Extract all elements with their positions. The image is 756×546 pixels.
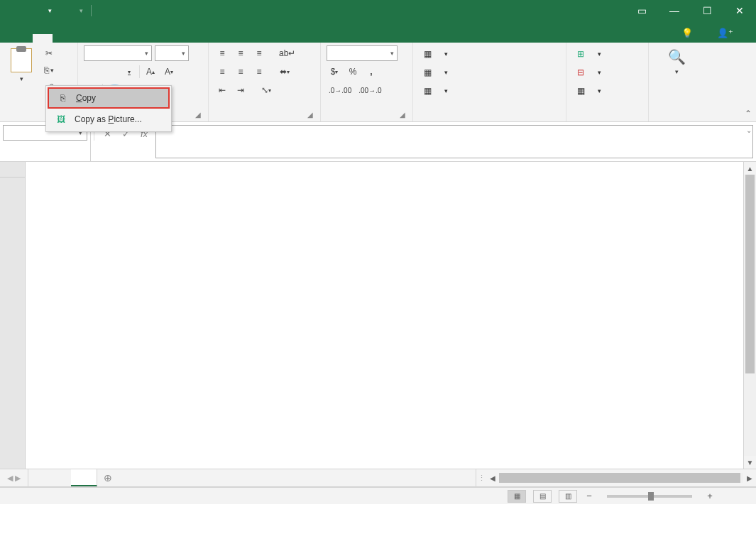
cells-area[interactable] bbox=[26, 178, 743, 469]
comma-format-button[interactable]: , bbox=[363, 64, 379, 80]
tab-insert[interactable] bbox=[53, 34, 72, 43]
decrease-indent-button[interactable]: ⇤ bbox=[214, 82, 230, 98]
undo-arrow[interactable]: ▾ bbox=[45, 2, 54, 19]
tab-formulas[interactable] bbox=[92, 34, 112, 43]
align-middle-button[interactable]: ≡ bbox=[233, 45, 248, 61]
qat-customize[interactable] bbox=[97, 2, 114, 19]
italic-button[interactable] bbox=[102, 64, 118, 80]
cut-button[interactable]: ✂ bbox=[41, 45, 57, 61]
new-sheet-button[interactable]: ⊕ bbox=[97, 469, 119, 486]
font-name-combo[interactable]: ▾ bbox=[84, 45, 152, 61]
underline-button[interactable]: ▾ bbox=[121, 64, 136, 80]
group-label-number: ◢ bbox=[327, 117, 407, 120]
dialog-launcher-icon[interactable]: ◢ bbox=[307, 111, 313, 119]
font-size-combo[interactable]: ▾ bbox=[155, 45, 189, 61]
tab-home[interactable] bbox=[33, 34, 53, 43]
insert-cells-button[interactable]: ⊞▾ bbox=[572, 45, 604, 62]
row-headers[interactable] bbox=[0, 178, 26, 469]
align-top-button[interactable]: ≡ bbox=[214, 45, 230, 61]
tab-view[interactable] bbox=[152, 34, 172, 43]
scroll-left-button[interactable]: ◀ bbox=[486, 469, 499, 486]
align-bottom-button[interactable]: ≡ bbox=[251, 45, 267, 61]
format-as-table-button[interactable]: ▦▾ bbox=[419, 64, 451, 81]
scroll-thumb[interactable] bbox=[499, 473, 740, 483]
zoom-handle[interactable] bbox=[648, 492, 654, 501]
chevron-down-icon: ▾ bbox=[50, 67, 54, 74]
maximize-button[interactable]: ☐ bbox=[691, 0, 723, 21]
scroll-track[interactable] bbox=[744, 175, 756, 456]
accounting-format-button[interactable]: $▾ bbox=[327, 64, 342, 80]
vertical-scrollbar[interactable]: ▲ ▼ bbox=[743, 162, 756, 469]
align-left-button[interactable]: ≡ bbox=[214, 64, 230, 80]
collapse-ribbon-button[interactable]: ⌃ bbox=[745, 109, 752, 119]
grow-font-button[interactable]: A▴ bbox=[143, 64, 158, 80]
tab-help[interactable] bbox=[192, 34, 212, 43]
undo-button[interactable] bbox=[26, 2, 43, 19]
normal-view-button[interactable]: ▦ bbox=[508, 490, 526, 503]
zoom-out-button[interactable]: − bbox=[584, 491, 594, 501]
scroll-thumb[interactable] bbox=[745, 175, 755, 373]
menu-item-copy[interactable]: ⎘ Copy bbox=[48, 87, 170, 109]
page-break-view-button[interactable]: ▥ bbox=[559, 490, 577, 503]
increase-decimal-button[interactable]: .0→.00 bbox=[327, 82, 354, 98]
merge-center-button[interactable]: ⬌▾ bbox=[277, 64, 292, 80]
tab-developer[interactable] bbox=[172, 34, 192, 43]
align-right-button[interactable]: ≡ bbox=[251, 64, 267, 80]
redo-button[interactable] bbox=[57, 2, 74, 19]
conditional-formatting-button[interactable]: ▦▾ bbox=[419, 45, 451, 62]
chevron-down-icon: ▾ bbox=[268, 87, 271, 94]
copy-icon: ⎘ bbox=[44, 65, 49, 75]
menu-item-copy-as-picture[interactable]: 🖼 Copy as Picture... bbox=[48, 109, 170, 130]
bold-button[interactable] bbox=[84, 64, 99, 80]
find-icon: 🔍 bbox=[668, 48, 686, 65]
expand-formula-bar-button[interactable]: ⌄ bbox=[746, 126, 752, 134]
cell-styles-button[interactable]: ▦▾ bbox=[419, 82, 451, 99]
save-button[interactable] bbox=[6, 2, 23, 19]
sheet-tab-sheet1[interactable] bbox=[71, 469, 97, 486]
editing-button[interactable]: 🔍 ▾ bbox=[661, 45, 692, 78]
percent-format-button[interactable]: % bbox=[345, 64, 361, 80]
group-number: ▾ $▾ % , .0→.00 .00→.0 ◢ bbox=[321, 43, 413, 121]
increase-indent-button[interactable]: ⇥ bbox=[233, 82, 248, 98]
tab-file[interactable] bbox=[13, 34, 33, 43]
delete-cells-button[interactable]: ⊟▾ bbox=[572, 64, 604, 81]
sheet-nav-buttons[interactable]: ◀ ▶ bbox=[0, 469, 28, 486]
minimize-button[interactable]: — bbox=[658, 0, 691, 21]
chevron-down-icon: ▾ bbox=[20, 75, 23, 82]
tab-data[interactable] bbox=[112, 34, 132, 43]
lightbulb-icon: 💡 bbox=[681, 28, 693, 38]
chevron-down-icon: ▾ bbox=[177, 50, 185, 57]
chevron-down-icon: ▾ bbox=[287, 69, 290, 75]
scroll-track[interactable] bbox=[499, 473, 743, 483]
orientation-button[interactable]: ⤡▾ bbox=[258, 82, 274, 98]
copy-split-button[interactable]: ⎘▾ bbox=[41, 62, 57, 78]
redo-arrow[interactable]: ▾ bbox=[77, 2, 85, 19]
tab-page-layout[interactable] bbox=[72, 34, 92, 43]
horizontal-scrollbar[interactable]: ◀ ▶ bbox=[486, 469, 756, 486]
share-button[interactable]: 👤⁺ bbox=[710, 23, 743, 43]
paste-button[interactable]: ▾ bbox=[6, 45, 37, 85]
number-format-combo[interactable]: ▾ bbox=[327, 45, 398, 61]
wrap-text-button[interactable]: ab↵ bbox=[277, 45, 297, 61]
worksheet-grid[interactable]: ▲ ▼ bbox=[0, 162, 756, 469]
decrease-decimal-button[interactable]: .00→.0 bbox=[356, 82, 383, 98]
tell-me-search[interactable]: 💡 bbox=[674, 23, 704, 43]
tab-splitter[interactable]: ⋮ bbox=[476, 469, 486, 486]
dialog-launcher-icon[interactable]: ◢ bbox=[195, 111, 201, 119]
scroll-right-button[interactable]: ▶ bbox=[743, 469, 756, 486]
scroll-up-button[interactable]: ▲ bbox=[744, 162, 756, 175]
dialog-launcher-icon[interactable]: ◢ bbox=[400, 111, 405, 119]
formula-input[interactable] bbox=[155, 125, 753, 158]
close-button[interactable]: ✕ bbox=[723, 0, 756, 21]
zoom-in-button[interactable]: + bbox=[705, 491, 715, 501]
scroll-down-button[interactable]: ▼ bbox=[744, 456, 756, 469]
tab-review[interactable] bbox=[132, 34, 152, 43]
shrink-font-button[interactable]: A▾ bbox=[161, 64, 177, 80]
zoom-slider[interactable] bbox=[607, 495, 692, 498]
format-cells-button[interactable]: ▦▾ bbox=[572, 82, 604, 99]
select-all-corner[interactable] bbox=[0, 162, 26, 178]
ribbon-options-button[interactable]: ▭ bbox=[625, 0, 658, 21]
group-editing: 🔍 ▾ bbox=[649, 43, 704, 121]
page-layout-view-button[interactable]: ▤ bbox=[533, 490, 552, 503]
align-center-button[interactable]: ≡ bbox=[233, 64, 248, 80]
